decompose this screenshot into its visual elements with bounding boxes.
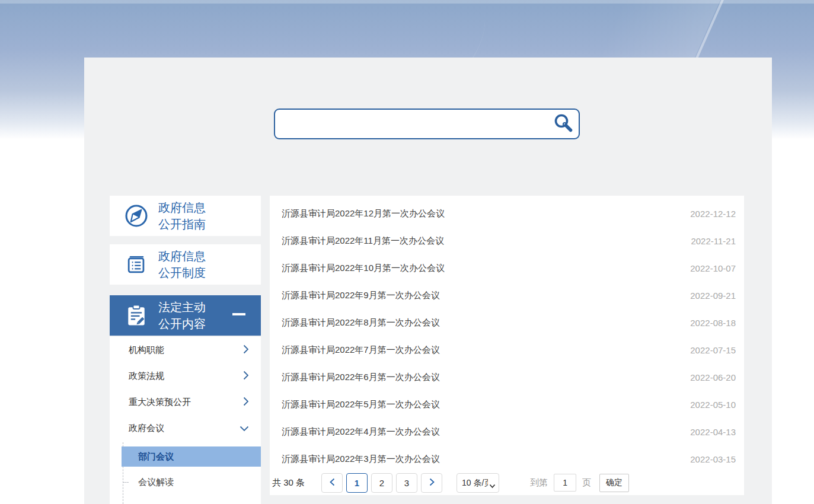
sidebar-card-label: 政府信息 公开指南: [158, 199, 206, 232]
menu-label: 政府会议: [129, 423, 164, 434]
article-title: 沂源县审计局2022年10月第一次办公会议: [282, 263, 445, 274]
confirm-button[interactable]: 确定: [599, 474, 629, 492]
sidebar-menu: 机构职能 政策法规 重大决策预公开 政府会议: [110, 337, 261, 504]
page-button-2[interactable]: 2: [371, 473, 392, 493]
prev-page-button[interactable]: [321, 473, 343, 493]
goto-page-input[interactable]: [554, 474, 576, 492]
search-button[interactable]: [550, 111, 576, 137]
list-item[interactable]: 沂源县审计局2022年12月第一次办公会议 2022-12-12: [270, 200, 744, 227]
sidebar-item-org-functions[interactable]: 机构职能: [110, 337, 261, 363]
content-panel: 政府信息 公开指南 政府信息 公开制度: [84, 58, 772, 504]
list-item[interactable]: 沂源县审计局2022年5月第一次办公会议 2022-05-10: [270, 391, 744, 418]
article-title: 沂源县审计局2022年8月第一次办公会议: [282, 317, 440, 328]
article-title: 沂源县审计局2022年5月第一次办公会议: [282, 399, 440, 410]
chevron-right-icon: [243, 344, 249, 356]
list-item[interactable]: 沂源县审计局2022年8月第一次办公会议 2022-08-18: [270, 309, 744, 336]
menu-label: 政策法规: [129, 371, 164, 382]
chevron-right-icon: [429, 478, 435, 488]
sidebar-item-policies[interactable]: 政策法规: [110, 363, 261, 389]
list-item[interactable]: 沂源县审计局2022年7月第一次办公会议 2022-07-15: [270, 336, 744, 363]
sidebar-item-gov-meetings[interactable]: 政府会议: [110, 415, 261, 441]
compass-icon: [123, 203, 150, 229]
document-icon: [123, 251, 150, 277]
minus-icon: [232, 313, 245, 315]
list-item[interactable]: 沂源县审计局2022年6月第一次办公会议 2022-06-20: [270, 363, 744, 391]
chevron-left-icon: [330, 478, 335, 488]
sidebar-card-disclosure-system[interactable]: 政府信息 公开制度: [110, 244, 261, 285]
article-date: 2022-12-12: [690, 209, 736, 219]
sidebar-card-label: 法定主动 公开内容: [158, 299, 206, 332]
pagination-total: 共 30 条: [272, 477, 305, 489]
next-page-button[interactable]: [421, 473, 442, 493]
article-date: 2022-09-21: [690, 291, 736, 301]
article-title: 沂源县审计局2022年9月第一次办公会议: [282, 290, 440, 301]
sidebar-item-major-decisions[interactable]: 重大决策预公开: [110, 389, 261, 415]
list-item[interactable]: 沂源县审计局2022年3月第一次办公会议 2022-03-15: [270, 445, 744, 473]
goto-suffix-label: 页: [582, 477, 591, 489]
sidebar-card-disclosure-guide[interactable]: 政府信息 公开指南: [110, 196, 261, 236]
list-item[interactable]: 沂源县审计局2022年10月第一次办公会议 2022-10-07: [270, 254, 744, 282]
article-title: 沂源县审计局2022年11月第一次办公会议: [282, 235, 444, 247]
article-date: 2022-07-15: [690, 345, 736, 355]
sidebar-card-label: 政府信息 公开制度: [158, 248, 206, 281]
page-button-3[interactable]: 3: [396, 473, 417, 493]
list-item[interactable]: 沂源县审计局2022年9月第一次办公会议 2022-09-21: [270, 282, 744, 309]
page-button-1[interactable]: 1: [346, 473, 368, 493]
article-date: 2022-06-20: [690, 372, 736, 382]
article-list: 沂源县审计局2022年12月第一次办公会议 2022-12-12 沂源县审计局2…: [270, 196, 744, 495]
list-item[interactable]: 沂源县审计局2022年4月第一次办公会议 2022-04-13: [270, 418, 744, 445]
sidebar-subitem-meeting-interpretation[interactable]: 会议解读: [122, 472, 261, 492]
chevron-right-icon: [243, 371, 249, 382]
article-date: 2022-10-07: [690, 263, 736, 273]
sidebar: 政府信息 公开指南 政府信息 公开制度: [110, 196, 261, 504]
article-date: 2022-05-10: [690, 400, 736, 410]
search-box: [274, 109, 580, 139]
menu-label: 机构职能: [129, 344, 164, 356]
article-title: 沂源县审计局2022年6月第一次办公会议: [282, 372, 440, 383]
search-input[interactable]: [275, 110, 550, 138]
submenu-label: 部门会议: [138, 451, 174, 462]
article-date: 2022-08-18: [690, 318, 736, 328]
article-title: 沂源县审计局2022年4月第一次办公会议: [282, 426, 440, 438]
article-title: 沂源县审计局2022年7月第一次办公会议: [282, 344, 440, 356]
article-title: 沂源县审计局2022年3月第一次办公会议: [282, 454, 440, 465]
sidebar-card-legal-disclosure[interactable]: 法定主动 公开内容: [110, 295, 261, 336]
page-size-select[interactable]: 10 条/页: [457, 473, 499, 493]
submenu-label: 会议解读: [138, 477, 174, 488]
article-date: 2022-04-13: [690, 427, 736, 437]
list-item[interactable]: 沂源县审计局2022年11月第一次办公会议 2022-11-21: [270, 227, 744, 254]
chevron-down-icon: [240, 423, 249, 433]
goto-prefix-label: 到第: [530, 477, 548, 489]
sidebar-subitem-department-meetings[interactable]: 部门会议: [122, 446, 261, 467]
pagination: 共 30 条 1 2 3 10 条/页: [271, 472, 743, 493]
chevron-right-icon: [243, 397, 249, 408]
article-title: 沂源县审计局2022年12月第一次办公会议: [282, 208, 445, 219]
article-date: 2022-11-21: [691, 236, 736, 246]
article-date: 2022-03-15: [690, 454, 736, 464]
search-icon: [553, 113, 574, 136]
clipboard-icon: [123, 302, 150, 328]
menu-label: 重大决策预公开: [129, 397, 191, 408]
